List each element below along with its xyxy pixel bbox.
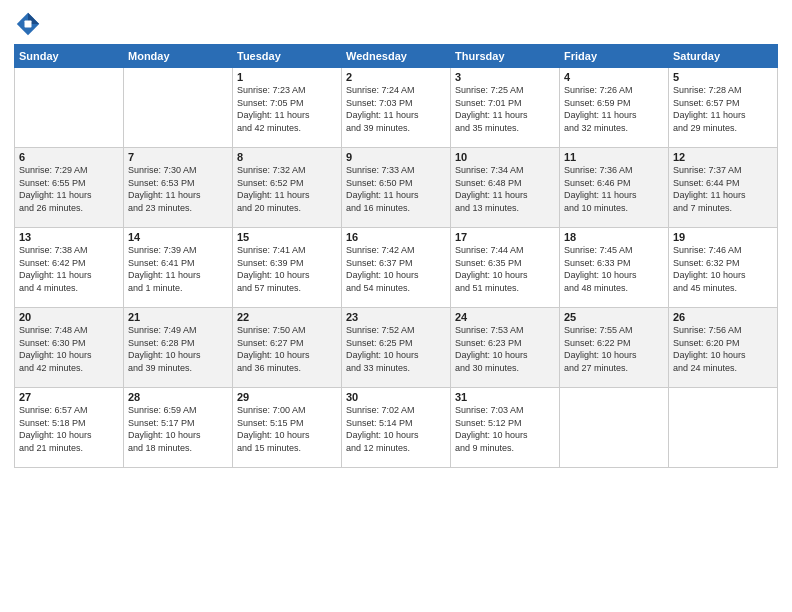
day-number: 12: [673, 151, 773, 163]
day-number: 8: [237, 151, 337, 163]
day-detail: Sunrise: 7:28 AM Sunset: 6:57 PM Dayligh…: [673, 84, 773, 134]
svg-rect-2: [25, 21, 32, 28]
day-number: 31: [455, 391, 555, 403]
calendar-cell: 20Sunrise: 7:48 AM Sunset: 6:30 PM Dayli…: [15, 308, 124, 388]
calendar-cell: 12Sunrise: 7:37 AM Sunset: 6:44 PM Dayli…: [669, 148, 778, 228]
day-number: 21: [128, 311, 228, 323]
calendar-cell: 18Sunrise: 7:45 AM Sunset: 6:33 PM Dayli…: [560, 228, 669, 308]
calendar-cell: 5Sunrise: 7:28 AM Sunset: 6:57 PM Daylig…: [669, 68, 778, 148]
day-number: 13: [19, 231, 119, 243]
day-number: 9: [346, 151, 446, 163]
calendar-cell: 15Sunrise: 7:41 AM Sunset: 6:39 PM Dayli…: [233, 228, 342, 308]
day-detail: Sunrise: 7:46 AM Sunset: 6:32 PM Dayligh…: [673, 244, 773, 294]
day-number: 15: [237, 231, 337, 243]
calendar-week-row: 1Sunrise: 7:23 AM Sunset: 7:05 PM Daylig…: [15, 68, 778, 148]
day-detail: Sunrise: 7:42 AM Sunset: 6:37 PM Dayligh…: [346, 244, 446, 294]
day-detail: Sunrise: 7:25 AM Sunset: 7:01 PM Dayligh…: [455, 84, 555, 134]
calendar-cell: 24Sunrise: 7:53 AM Sunset: 6:23 PM Dayli…: [451, 308, 560, 388]
day-detail: Sunrise: 7:49 AM Sunset: 6:28 PM Dayligh…: [128, 324, 228, 374]
calendar-week-row: 6Sunrise: 7:29 AM Sunset: 6:55 PM Daylig…: [15, 148, 778, 228]
calendar-table: SundayMondayTuesdayWednesdayThursdayFrid…: [14, 44, 778, 468]
calendar-cell: 8Sunrise: 7:32 AM Sunset: 6:52 PM Daylig…: [233, 148, 342, 228]
calendar-cell: [560, 388, 669, 468]
day-detail: Sunrise: 7:24 AM Sunset: 7:03 PM Dayligh…: [346, 84, 446, 134]
calendar-cell: 6Sunrise: 7:29 AM Sunset: 6:55 PM Daylig…: [15, 148, 124, 228]
weekday-header: Monday: [124, 45, 233, 68]
calendar-week-row: 20Sunrise: 7:48 AM Sunset: 6:30 PM Dayli…: [15, 308, 778, 388]
day-number: 16: [346, 231, 446, 243]
day-detail: Sunrise: 7:48 AM Sunset: 6:30 PM Dayligh…: [19, 324, 119, 374]
day-detail: Sunrise: 7:44 AM Sunset: 6:35 PM Dayligh…: [455, 244, 555, 294]
calendar-cell: 16Sunrise: 7:42 AM Sunset: 6:37 PM Dayli…: [342, 228, 451, 308]
day-number: 23: [346, 311, 446, 323]
day-number: 11: [564, 151, 664, 163]
calendar-cell: [124, 68, 233, 148]
day-number: 29: [237, 391, 337, 403]
day-number: 6: [19, 151, 119, 163]
day-number: 5: [673, 71, 773, 83]
day-detail: Sunrise: 7:02 AM Sunset: 5:14 PM Dayligh…: [346, 404, 446, 454]
day-detail: Sunrise: 7:30 AM Sunset: 6:53 PM Dayligh…: [128, 164, 228, 214]
calendar-week-row: 13Sunrise: 7:38 AM Sunset: 6:42 PM Dayli…: [15, 228, 778, 308]
day-number: 27: [19, 391, 119, 403]
calendar-cell: 21Sunrise: 7:49 AM Sunset: 6:28 PM Dayli…: [124, 308, 233, 388]
day-number: 25: [564, 311, 664, 323]
logo-icon: [14, 10, 42, 38]
day-detail: Sunrise: 6:59 AM Sunset: 5:17 PM Dayligh…: [128, 404, 228, 454]
day-number: 2: [346, 71, 446, 83]
weekday-header: Saturday: [669, 45, 778, 68]
calendar-week-row: 27Sunrise: 6:57 AM Sunset: 5:18 PM Dayli…: [15, 388, 778, 468]
day-number: 18: [564, 231, 664, 243]
calendar-cell: 29Sunrise: 7:00 AM Sunset: 5:15 PM Dayli…: [233, 388, 342, 468]
weekday-header: Friday: [560, 45, 669, 68]
day-detail: Sunrise: 7:29 AM Sunset: 6:55 PM Dayligh…: [19, 164, 119, 214]
day-detail: Sunrise: 7:50 AM Sunset: 6:27 PM Dayligh…: [237, 324, 337, 374]
day-detail: Sunrise: 7:53 AM Sunset: 6:23 PM Dayligh…: [455, 324, 555, 374]
day-detail: Sunrise: 7:00 AM Sunset: 5:15 PM Dayligh…: [237, 404, 337, 454]
weekday-header: Wednesday: [342, 45, 451, 68]
calendar-cell: [15, 68, 124, 148]
day-detail: Sunrise: 7:55 AM Sunset: 6:22 PM Dayligh…: [564, 324, 664, 374]
calendar-cell: 10Sunrise: 7:34 AM Sunset: 6:48 PM Dayli…: [451, 148, 560, 228]
weekday-header: Thursday: [451, 45, 560, 68]
day-number: 3: [455, 71, 555, 83]
header-row: SundayMondayTuesdayWednesdayThursdayFrid…: [15, 45, 778, 68]
calendar-cell: 13Sunrise: 7:38 AM Sunset: 6:42 PM Dayli…: [15, 228, 124, 308]
day-number: 4: [564, 71, 664, 83]
page: SundayMondayTuesdayWednesdayThursdayFrid…: [0, 0, 792, 612]
day-detail: Sunrise: 7:45 AM Sunset: 6:33 PM Dayligh…: [564, 244, 664, 294]
day-detail: Sunrise: 7:37 AM Sunset: 6:44 PM Dayligh…: [673, 164, 773, 214]
calendar-cell: 28Sunrise: 6:59 AM Sunset: 5:17 PM Dayli…: [124, 388, 233, 468]
day-detail: Sunrise: 7:38 AM Sunset: 6:42 PM Dayligh…: [19, 244, 119, 294]
weekday-header: Sunday: [15, 45, 124, 68]
header: [14, 10, 778, 38]
day-detail: Sunrise: 7:23 AM Sunset: 7:05 PM Dayligh…: [237, 84, 337, 134]
logo: [14, 10, 46, 38]
calendar-cell: 4Sunrise: 7:26 AM Sunset: 6:59 PM Daylig…: [560, 68, 669, 148]
calendar-cell: 2Sunrise: 7:24 AM Sunset: 7:03 PM Daylig…: [342, 68, 451, 148]
calendar-cell: 3Sunrise: 7:25 AM Sunset: 7:01 PM Daylig…: [451, 68, 560, 148]
day-number: 14: [128, 231, 228, 243]
calendar-cell: 27Sunrise: 6:57 AM Sunset: 5:18 PM Dayli…: [15, 388, 124, 468]
day-detail: Sunrise: 7:33 AM Sunset: 6:50 PM Dayligh…: [346, 164, 446, 214]
calendar-cell: 22Sunrise: 7:50 AM Sunset: 6:27 PM Dayli…: [233, 308, 342, 388]
day-number: 10: [455, 151, 555, 163]
calendar-cell: 9Sunrise: 7:33 AM Sunset: 6:50 PM Daylig…: [342, 148, 451, 228]
calendar-cell: 1Sunrise: 7:23 AM Sunset: 7:05 PM Daylig…: [233, 68, 342, 148]
calendar-cell: 31Sunrise: 7:03 AM Sunset: 5:12 PM Dayli…: [451, 388, 560, 468]
day-detail: Sunrise: 7:36 AM Sunset: 6:46 PM Dayligh…: [564, 164, 664, 214]
calendar-cell: 17Sunrise: 7:44 AM Sunset: 6:35 PM Dayli…: [451, 228, 560, 308]
day-number: 30: [346, 391, 446, 403]
day-detail: Sunrise: 6:57 AM Sunset: 5:18 PM Dayligh…: [19, 404, 119, 454]
calendar-cell: 23Sunrise: 7:52 AM Sunset: 6:25 PM Dayli…: [342, 308, 451, 388]
day-number: 19: [673, 231, 773, 243]
calendar-cell: 19Sunrise: 7:46 AM Sunset: 6:32 PM Dayli…: [669, 228, 778, 308]
day-detail: Sunrise: 7:52 AM Sunset: 6:25 PM Dayligh…: [346, 324, 446, 374]
day-detail: Sunrise: 7:34 AM Sunset: 6:48 PM Dayligh…: [455, 164, 555, 214]
day-number: 1: [237, 71, 337, 83]
day-number: 24: [455, 311, 555, 323]
day-number: 22: [237, 311, 337, 323]
calendar-cell: 14Sunrise: 7:39 AM Sunset: 6:41 PM Dayli…: [124, 228, 233, 308]
day-detail: Sunrise: 7:41 AM Sunset: 6:39 PM Dayligh…: [237, 244, 337, 294]
day-number: 26: [673, 311, 773, 323]
